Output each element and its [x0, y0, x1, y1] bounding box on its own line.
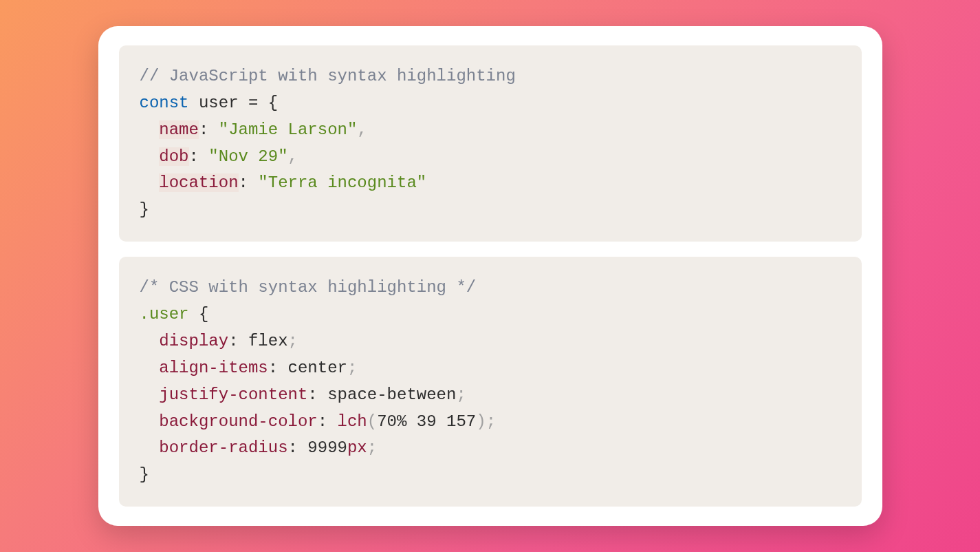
js-colon: : [239, 173, 248, 192]
js-comma: , [357, 120, 367, 139]
css-prop-display: display [159, 332, 228, 350]
css-val-align: center [288, 359, 347, 377]
indent [140, 120, 160, 139]
js-colon: : [189, 147, 199, 166]
js-brace-open: { [268, 94, 278, 112]
js-comma: , [288, 147, 298, 166]
code-card: // JavaScript with syntax highlighting c… [98, 26, 882, 526]
js-comment: // JavaScript with syntax highlighting [140, 67, 516, 85]
js-equals: = [239, 94, 268, 112]
js-string-dob: "Nov 29" [208, 147, 287, 166]
css-colon: : [318, 412, 327, 431]
css-semi: ; [456, 385, 466, 404]
css-prop-border-radius: border-radius [159, 438, 287, 457]
indent [140, 438, 160, 457]
css-semi: ; [486, 412, 496, 431]
js-string-name: "Jamie Larson" [219, 120, 358, 139]
css-lch-h: 157 [446, 412, 476, 431]
css-colon: : [307, 385, 317, 404]
css-prop-justify-content: justify-content [159, 385, 307, 404]
js-prop-dob: dob [159, 147, 188, 166]
css-lch-c: 39 [417, 412, 437, 431]
css-brace-close: } [140, 465, 149, 484]
css-val-radius-num: 9999 [307, 438, 347, 457]
css-code-block: /* CSS with syntax highlighting */ .user… [119, 257, 862, 507]
js-keyword-const: const [140, 94, 189, 112]
js-colon: : [199, 120, 208, 139]
js-string-location: "Terra incognita" [258, 173, 426, 192]
indent [140, 412, 160, 431]
css-paren-open: ( [367, 412, 377, 431]
js-brace-close: } [140, 200, 149, 219]
indent [140, 385, 160, 404]
css-val-justify: space-between [327, 385, 456, 404]
css-val-radius-unit: px [347, 438, 367, 457]
indent [140, 173, 160, 192]
css-selector-user: .user [140, 305, 189, 323]
css-prop-align-items: align-items [159, 359, 268, 377]
css-val-display: flex [248, 332, 288, 350]
css-lch-l: 70% [377, 412, 406, 431]
css-brace-open: { [199, 305, 208, 323]
css-semi: ; [367, 438, 377, 457]
indent [140, 332, 160, 350]
js-var-user: user [199, 94, 239, 112]
css-paren-close: ) [476, 412, 486, 431]
js-prop-location: location [159, 173, 238, 192]
js-prop-name: name [159, 120, 199, 139]
indent [140, 359, 160, 377]
css-func-lch: lch [338, 412, 367, 431]
js-code-block: // JavaScript with syntax highlighting c… [119, 45, 862, 242]
css-prop-background-color: background-color [159, 412, 317, 431]
css-semi: ; [347, 359, 357, 377]
css-colon: : [228, 332, 238, 350]
css-comment: /* CSS with syntax highlighting */ [140, 278, 477, 297]
css-colon: : [288, 438, 298, 457]
css-semi: ; [288, 332, 298, 350]
indent [140, 147, 160, 166]
css-colon: : [268, 359, 278, 377]
